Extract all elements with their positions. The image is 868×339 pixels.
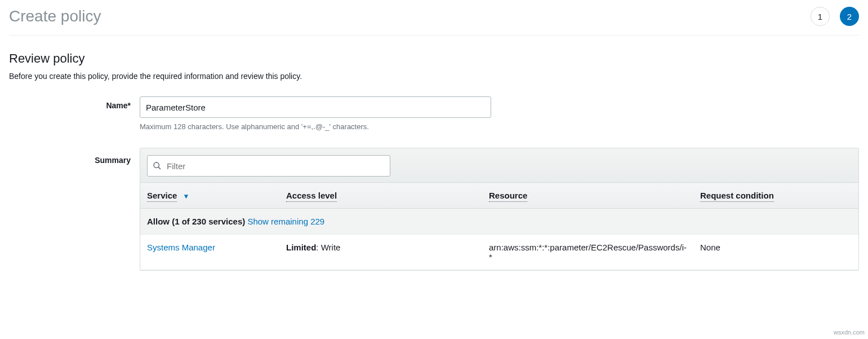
allow-group-label: Allow (1 of 230 services): [147, 217, 247, 226]
filter-input[interactable]: [147, 155, 390, 177]
column-service-label: Service: [147, 191, 177, 202]
table-row: Systems Manager Limited: Write arn:aws:s…: [140, 235, 858, 270]
step-2[interactable]: 2: [840, 7, 859, 26]
summary-box: Service ▼ Access level Resource Request …: [140, 148, 859, 271]
table-header-row: Service ▼ Access level Resource Request …: [140, 183, 858, 209]
page-header: Create policy 1 2: [9, 7, 859, 36]
page-title: Create policy: [9, 7, 101, 25]
column-resource-header[interactable]: Resource: [482, 183, 693, 209]
column-service-header[interactable]: Service ▼: [140, 183, 279, 209]
step-1[interactable]: 1: [811, 7, 830, 26]
summary-table: Service ▼ Access level Resource Request …: [140, 182, 858, 270]
column-request-label: Request condition: [700, 191, 774, 202]
summary-row: Summary Service: [9, 148, 859, 271]
access-level-rest: : Write: [316, 243, 340, 252]
access-level-bold: Limited: [286, 243, 316, 252]
allow-group-row: Allow (1 of 230 services) Show remaining…: [140, 209, 858, 235]
resource-cell: arn:aws:ssm:*:*:parameter/EC2Rescue/Pass…: [482, 235, 693, 270]
column-access-header[interactable]: Access level: [279, 183, 482, 209]
name-input[interactable]: [140, 96, 491, 118]
wizard-steps: 1 2: [811, 7, 859, 26]
name-label: Name*: [9, 96, 140, 110]
svg-point-0: [154, 162, 159, 168]
sort-caret-icon: ▼: [183, 192, 190, 200]
name-row: Name* Maximum 128 characters. Use alphan…: [9, 96, 859, 131]
search-icon: [153, 161, 162, 170]
section-heading: Review policy: [9, 51, 859, 66]
service-link[interactable]: Systems Manager: [147, 243, 215, 252]
summary-label: Summary: [9, 148, 140, 165]
name-hint: Maximum 128 characters. Use alphanumeric…: [140, 122, 491, 131]
column-resource-label: Resource: [489, 191, 527, 202]
column-access-label: Access level: [286, 191, 337, 202]
section-subtext: Before you create this policy, provide t…: [9, 72, 859, 81]
show-remaining-link[interactable]: Show remaining 229: [247, 217, 324, 226]
svg-line-1: [158, 167, 161, 169]
request-condition-cell: None: [693, 235, 858, 270]
column-request-header[interactable]: Request condition: [693, 183, 858, 209]
